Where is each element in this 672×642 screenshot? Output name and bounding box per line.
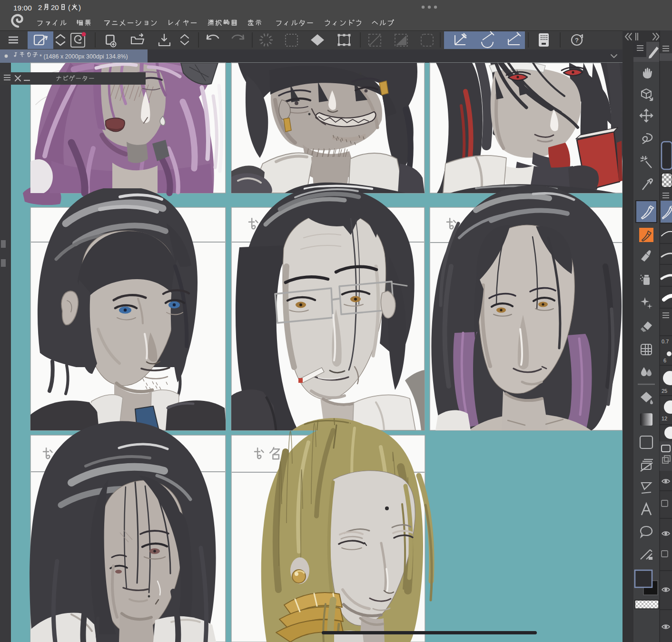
svg-text:25: 25 bbox=[662, 388, 667, 394]
svg-text:20: 20 bbox=[51, 3, 59, 11]
svg-text:(: ( bbox=[68, 3, 70, 11]
svg-text:19:00: 19:00 bbox=[13, 4, 32, 12]
svg-text:): ) bbox=[79, 3, 81, 11]
svg-text:6: 6 bbox=[663, 358, 666, 363]
svg-text:?: ? bbox=[575, 37, 579, 44]
svg-text:0.7: 0.7 bbox=[662, 339, 669, 344]
svg-text:12: 12 bbox=[662, 416, 667, 421]
svg-text:* (1486 x 2000px 300dpi 134.8%: * (1486 x 2000px 300dpi 134.8%) bbox=[40, 53, 128, 60]
svg-text:2: 2 bbox=[38, 3, 42, 11]
